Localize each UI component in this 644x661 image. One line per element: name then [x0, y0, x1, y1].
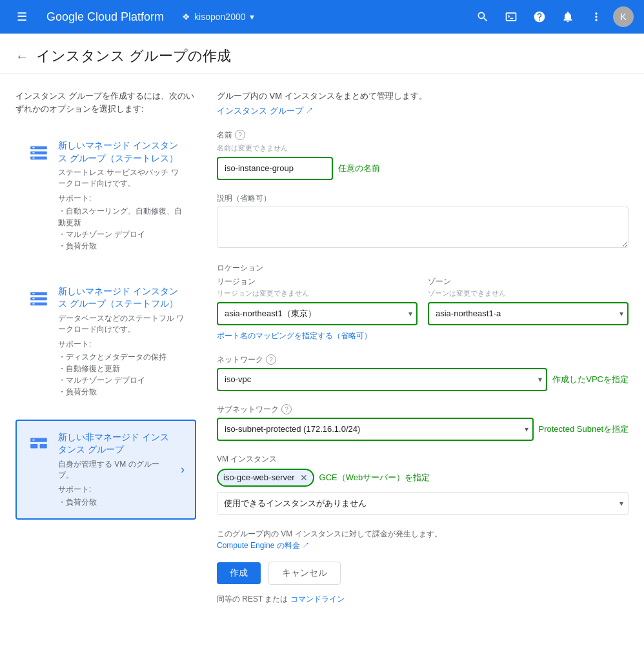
- vm-chip[interactable]: iso-gce-web-server ✕: [217, 469, 314, 487]
- cmd-link[interactable]: コマンドライン: [290, 595, 345, 604]
- svg-rect-15: [32, 439, 34, 440]
- billing-note: このグループ内の VM インスタンスに対して課金が発生します。 Compute …: [217, 528, 629, 551]
- back-button[interactable]: ←: [15, 49, 28, 64]
- option-unmanaged-support-0: ・負荷分散: [58, 496, 170, 508]
- more-icon[interactable]: [585, 5, 608, 28]
- billing-link[interactable]: Compute Engine の料金 ↗: [217, 541, 310, 550]
- option-unmanaged-support-label: サポート:: [58, 484, 170, 495]
- left-panel-intro: インスタンス グループを作成するには、次のいずれかのオプションを選択します:: [15, 90, 196, 115]
- option-managed-stateless-support-2: ・負荷分散: [58, 240, 185, 252]
- panel-intro: グループ内の VM インスタンスをまとめて管理します。: [217, 90, 629, 103]
- main-content: インスタンス グループを作成するには、次のいずれかのオプションを選択します: 新…: [0, 74, 644, 620]
- help-icon[interactable]: [528, 5, 551, 28]
- vm-no-instances-wrapper: 使用できるインスタンスがありません ▾: [217, 492, 629, 515]
- location-label: ロケーション: [217, 263, 629, 274]
- zone-col: ゾーン ゾーンは変更できません asia-northeast1-a ▾: [428, 276, 629, 325]
- option-managed-stateful-support-label: サポート:: [58, 339, 185, 350]
- region-select-wrapper: asia-northeast1（東京） ▾: [217, 302, 418, 325]
- location-section: ロケーション リージョン リージョンは変更できません asia-northeas…: [217, 263, 629, 341]
- svg-rect-14: [40, 444, 47, 448]
- name-label: 名前 ?: [217, 130, 629, 141]
- desc-input[interactable]: [217, 207, 629, 248]
- avatar[interactable]: K: [613, 6, 634, 27]
- unmanaged-icon: [27, 432, 50, 456]
- option-unmanaged-desc: 自身が管理する VM のグループ。: [58, 459, 170, 481]
- option-managed-stateful-support-1: ・自動修復と更新: [58, 363, 185, 374]
- managed-stateless-icon: [27, 141, 50, 164]
- region-col: リージョン リージョンは変更できません asia-northeast1（東京） …: [217, 276, 418, 325]
- vm-chip-callout: GCE（Webサーバー）を指定: [319, 472, 430, 483]
- region-sublabel: リージョンは変更できません: [217, 289, 418, 298]
- zone-sublabel: ゾーンは変更できません: [428, 289, 629, 298]
- option-managed-stateless-text: 新しいマネージド インスタンス グループ（ステートレス） ステートレス サービス…: [58, 139, 185, 252]
- subnet-select[interactable]: iso-subnet-protected (172.16.1.0/24): [217, 418, 534, 441]
- svg-rect-5: [32, 158, 34, 159]
- subnet-select-wrapper: iso-subnet-protected (172.16.1.0/24) ▾: [217, 418, 534, 441]
- option-managed-stateful-name: 新しいマネージド インスタンス グループ（ステートフル）: [58, 285, 185, 310]
- instance-group-link[interactable]: インスタンス グループ ↗: [217, 106, 314, 116]
- name-input-wrap: [217, 157, 333, 180]
- page-title: インスタンス グループの作成: [36, 46, 231, 66]
- option-unmanaged[interactable]: 新しい非マネージド インスタンス グループ 自身が管理する VM のグループ。 …: [15, 420, 196, 520]
- option-unmanaged-chevron: ›: [181, 463, 185, 476]
- name-help-icon[interactable]: ?: [235, 130, 245, 140]
- menu-icon[interactable]: ☰: [10, 5, 34, 28]
- nav-icons: K: [471, 5, 634, 28]
- desc-label: 説明（省略可）: [217, 193, 629, 204]
- bell-icon[interactable]: [556, 5, 579, 28]
- subnet-section: サブネットワーク ? iso-subnet-protected (172.16.…: [217, 404, 629, 441]
- subnet-callout: Protected Subnetを指定: [539, 423, 629, 435]
- option-managed-stateful[interactable]: 新しいマネージド インスタンス グループ（ステートフル） データベースなどのステ…: [15, 274, 196, 409]
- svg-rect-4: [32, 152, 34, 154]
- vm-instances-section: VM インスタンス iso-gce-web-server ✕ GCE（Webサー…: [217, 454, 629, 515]
- option-managed-stateless[interactable]: 新しいマネージド インスタンス グループ（ステートレス） ステートレス サービス…: [15, 128, 196, 263]
- cancel-button[interactable]: キャンセル: [268, 562, 341, 585]
- option-managed-stateless-support-0: ・自動スケーリング、自動修復、自動更新: [58, 205, 185, 229]
- name-input[interactable]: [217, 157, 333, 180]
- search-icon[interactable]: [471, 5, 494, 28]
- action-row: 作成 キャンセル: [217, 562, 629, 585]
- project-icon: ❖: [182, 12, 190, 22]
- subnet-label: サブネットワーク ?: [217, 404, 629, 415]
- vm-instances-select[interactable]: 使用できるインスタンスがありません: [217, 492, 629, 515]
- svg-rect-10: [32, 298, 34, 300]
- project-name: kisopon2000: [194, 12, 245, 22]
- vm-instance-row: iso-gce-web-server ✕ GCE（Webサーバー）を指定: [217, 469, 629, 487]
- network-select[interactable]: iso-vpc: [217, 368, 547, 391]
- project-selector[interactable]: ❖ kisopon2000 ▾: [182, 12, 254, 22]
- vm-chip-close[interactable]: ✕: [300, 473, 308, 483]
- zone-select[interactable]: asia-northeast1-a: [428, 302, 629, 325]
- name-callout: 任意の名前: [338, 163, 380, 174]
- svg-rect-3: [32, 147, 34, 148]
- vm-instances-label: VM インスタンス: [217, 454, 629, 465]
- name-sublabel: 名前は変更できません: [217, 143, 629, 153]
- project-dropdown-icon: ▾: [250, 12, 254, 22]
- option-managed-stateless-desc: ステートレス サービスやバッチ ワークロード向けです。: [58, 167, 185, 189]
- port-mapping-link[interactable]: ポート名のマッピングを指定する（省略可）: [217, 330, 372, 341]
- option-managed-stateful-text: 新しいマネージド インスタンス グループ（ステートフル） データベースなどのステ…: [58, 285, 185, 398]
- page-header: ← インスタンス グループの作成: [0, 34, 644, 74]
- option-unmanaged-name: 新しい非マネージド インスタンス グループ: [58, 431, 170, 456]
- svg-rect-13: [30, 444, 37, 448]
- app-title: Google Cloud Platform: [46, 10, 164, 24]
- right-panel: グループ内の VM インスタンスをまとめて管理します。 インスタンス グループ …: [217, 90, 629, 605]
- svg-rect-11: [32, 303, 34, 305]
- subnet-help-icon[interactable]: ?: [281, 404, 292, 414]
- network-select-wrapper: iso-vpc ▾: [217, 368, 547, 391]
- terminal-icon[interactable]: [499, 5, 523, 28]
- create-button[interactable]: 作成: [217, 562, 261, 584]
- network-help-icon[interactable]: ?: [266, 354, 276, 365]
- vm-chip-value: iso-gce-web-server: [223, 473, 295, 482]
- network-callout: 作成したVPCを指定: [552, 374, 629, 385]
- left-panel: インスタンス グループを作成するには、次のいずれかのオプションを選択します: 新…: [15, 90, 196, 605]
- name-section: 名前 ? 名前は変更できません 任意の名前: [217, 130, 629, 180]
- name-row: 任意の名前: [217, 157, 629, 180]
- vm-dropdown-row: 使用できるインスタンスがありません ▾: [217, 492, 629, 515]
- zone-label: ゾーン: [428, 276, 629, 287]
- external-link-icon: ↗: [305, 106, 314, 116]
- region-select[interactable]: asia-northeast1（東京）: [217, 302, 418, 325]
- option-managed-stateless-support-label: サポート:: [58, 193, 185, 204]
- desc-section: 説明（省略可）: [217, 193, 629, 250]
- option-managed-stateful-support-0: ・ディスクとメタデータの保持: [58, 351, 185, 363]
- rest-cmd-row: 同等の REST または コマンドライン: [217, 594, 629, 605]
